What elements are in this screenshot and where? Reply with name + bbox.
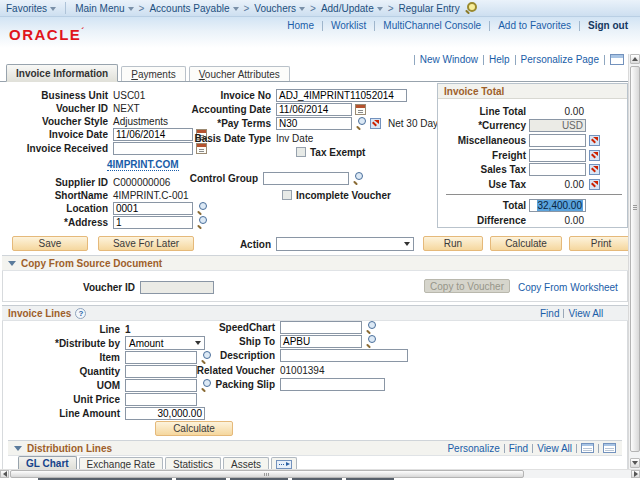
save-for-later-button[interactable]: Save For Later bbox=[98, 236, 194, 251]
selected-text: 32,400.00 bbox=[537, 200, 584, 211]
lookup-icon[interactable] bbox=[352, 172, 364, 184]
divider bbox=[414, 55, 415, 65]
download-grid-icon[interactable] bbox=[581, 443, 594, 453]
scroll-left-button[interactable] bbox=[0, 470, 9, 478]
main-menu[interactable]: Main Menu bbox=[75, 3, 133, 14]
calculate-button[interactable]: Calculate bbox=[490, 236, 562, 251]
copy-to-voucher-button: Copy to Voucher bbox=[424, 279, 510, 293]
divider bbox=[579, 21, 580, 31]
tax-exempt-checkbox[interactable] bbox=[296, 147, 306, 157]
action-select[interactable] bbox=[276, 237, 414, 251]
transfer-icon[interactable] bbox=[370, 118, 381, 129]
voucher-id-value: NEXT bbox=[113, 103, 140, 114]
distribution-lines-header[interactable]: Distribution Lines Personalize Find View… bbox=[8, 440, 622, 456]
lookup-icon[interactable] bbox=[365, 335, 377, 347]
accounting-date-label: Accounting Date bbox=[160, 104, 276, 115]
sign-out-link[interactable]: Sign out bbox=[588, 20, 628, 31]
tab-invoice-information[interactable]: Invoice Information bbox=[6, 64, 118, 82]
dropdown-arrow-icon bbox=[404, 242, 410, 246]
difference-value: 0.00 bbox=[529, 215, 586, 226]
print-button[interactable]: Print bbox=[569, 236, 633, 251]
collapse-icon[interactable] bbox=[14, 446, 22, 451]
home-link[interactable]: Home bbox=[287, 20, 314, 31]
description-field[interactable] bbox=[280, 349, 408, 362]
help-icon[interactable] bbox=[75, 308, 86, 319]
incomplete-voucher-checkbox[interactable] bbox=[282, 190, 292, 200]
find-link[interactable]: Find bbox=[509, 443, 528, 454]
personalize-link[interactable]: Personalize bbox=[447, 443, 499, 454]
lookup-icon[interactable] bbox=[196, 216, 208, 228]
lookup-icon[interactable] bbox=[355, 117, 367, 129]
speedchart-label: SpeedChart bbox=[160, 322, 280, 333]
total-field[interactable]: 32,400.00 bbox=[529, 199, 586, 212]
lookup-icon[interactable] bbox=[365, 321, 377, 333]
control-group-field[interactable] bbox=[263, 172, 349, 185]
tab-gl-chart[interactable]: GL Chart bbox=[18, 456, 77, 470]
run-button[interactable]: Run bbox=[423, 236, 483, 251]
distribution-links: Personalize Find View All bbox=[447, 443, 616, 454]
line-calculate-button[interactable]: Calculate bbox=[155, 421, 233, 436]
ship-to-field[interactable]: APBU bbox=[280, 335, 362, 348]
scroll-down-button[interactable] bbox=[630, 458, 640, 468]
worklist-link[interactable]: Worklist bbox=[331, 20, 366, 31]
breadcrumb-vouchers[interactable]: Vouchers bbox=[254, 3, 305, 14]
freight-label: Freight bbox=[438, 150, 529, 161]
invoice-no-field[interactable]: ADJ_4IMPRINT11052014 bbox=[276, 89, 407, 102]
scroll-right-button[interactable] bbox=[631, 470, 640, 478]
lookup-icon[interactable] bbox=[196, 202, 208, 214]
calendar-icon[interactable] bbox=[355, 104, 366, 115]
vertical-scroll-thumb[interactable] bbox=[630, 66, 640, 452]
save-button[interactable]: Save bbox=[12, 236, 88, 251]
total-label: Total bbox=[438, 200, 529, 211]
view-all-link[interactable]: View All bbox=[568, 308, 603, 319]
packing-slip-field[interactable] bbox=[280, 378, 385, 391]
copy-source-header[interactable]: Copy From Source Document bbox=[2, 255, 628, 271]
pay-terms-field[interactable]: N30 bbox=[276, 117, 352, 130]
breadcrumb-regular-entry: Regular Entry bbox=[399, 3, 460, 14]
location-field[interactable]: 0001 bbox=[113, 202, 193, 215]
copy-from-worksheet-link[interactable]: Copy From Worksheet bbox=[518, 282, 618, 293]
tax-exempt-label: Tax Exempt bbox=[310, 147, 365, 158]
collapse-icon[interactable] bbox=[8, 261, 16, 266]
zoom-grid-icon[interactable] bbox=[603, 443, 616, 453]
supplier-site-link[interactable]: 4IMPRINT.COM bbox=[107, 159, 179, 171]
ship-to-label: Ship To bbox=[160, 336, 280, 347]
accounting-date-field[interactable]: 11/06/2014 bbox=[276, 103, 352, 116]
speedchart-field[interactable] bbox=[280, 321, 362, 334]
chevron-down-icon bbox=[233, 7, 239, 11]
breadcrumb-add-update[interactable]: Add/Update bbox=[321, 3, 383, 14]
address-field[interactable]: 1 bbox=[113, 216, 193, 229]
find-link[interactable]: Find bbox=[540, 308, 559, 319]
freight-field[interactable] bbox=[529, 149, 586, 162]
copy-voucher-id-label: Voucher ID bbox=[30, 282, 140, 293]
transfer-icon[interactable] bbox=[589, 164, 600, 175]
transfer-icon[interactable] bbox=[589, 135, 600, 146]
address-label: *Address bbox=[0, 217, 113, 228]
divider bbox=[322, 21, 323, 31]
scroll-up-button[interactable] bbox=[630, 54, 640, 64]
favorites-menu[interactable]: Favorites bbox=[6, 3, 56, 14]
breadcrumb-accounts-payable[interactable]: Accounts Payable bbox=[149, 3, 238, 14]
chevron-down-icon bbox=[299, 7, 305, 11]
line-amount-field[interactable]: 30,000.00 bbox=[125, 407, 205, 420]
basis-date-type-value: Inv Date bbox=[276, 133, 313, 144]
multichannel-console-link[interactable]: MultiChannel Console bbox=[383, 20, 481, 31]
sales-tax-field[interactable] bbox=[529, 163, 586, 176]
unit-price-field[interactable] bbox=[125, 393, 197, 406]
horizontal-scrollbar[interactable] bbox=[0, 469, 640, 478]
shortname-label: ShortName bbox=[0, 190, 113, 201]
divider bbox=[374, 21, 375, 31]
uom-label: UOM bbox=[12, 380, 125, 391]
miscellaneous-field[interactable] bbox=[529, 134, 586, 147]
vertical-scrollbar[interactable] bbox=[628, 54, 640, 469]
distribute-by-label: *Distribute by bbox=[12, 338, 125, 349]
search-icon[interactable] bbox=[465, 2, 477, 14]
add-to-favorites-link[interactable]: Add to Favorites bbox=[498, 20, 571, 31]
horizontal-scroll-thumb[interactable] bbox=[10, 470, 524, 478]
tab-voucher-attributes[interactable]: Voucher Attributes bbox=[189, 66, 290, 81]
transfer-icon[interactable] bbox=[589, 150, 600, 161]
tab-payments[interactable]: Payments bbox=[121, 66, 185, 81]
business-unit-value: USC01 bbox=[113, 90, 145, 101]
view-all-link[interactable]: View All bbox=[537, 443, 572, 454]
transfer-icon[interactable] bbox=[589, 179, 600, 190]
